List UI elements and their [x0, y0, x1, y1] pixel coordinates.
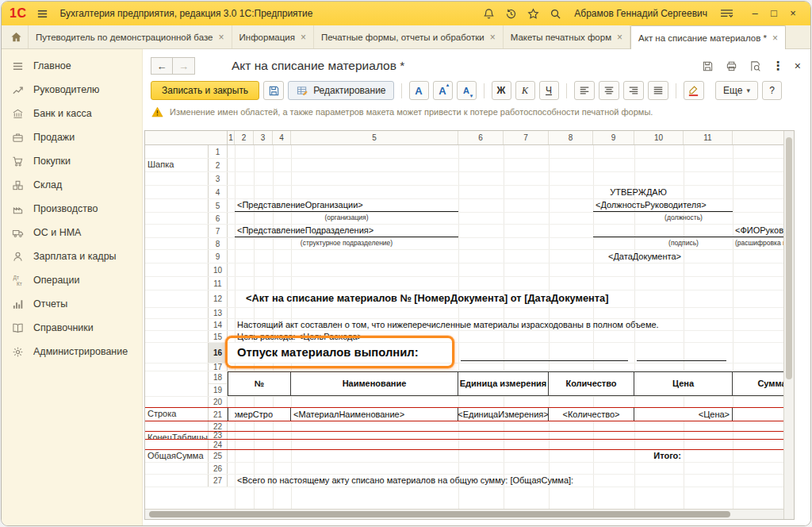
region-label[interactable]	[145, 213, 209, 224]
sheet-cell[interactable]: Единица измерения	[458, 371, 549, 396]
row-header[interactable]: 5	[209, 199, 228, 212]
column-header[interactable]: 5	[291, 131, 458, 144]
tab-demo-guide[interactable]: Путеводитель по демонстрационной базе ×	[29, 25, 232, 48]
sheet-cell[interactable]: Цена	[634, 371, 733, 396]
region-label[interactable]	[145, 421, 209, 431]
home-tab-button[interactable]	[5, 25, 29, 48]
sheet-cell[interactable]: Сумма	[733, 371, 783, 396]
help-button[interactable]: ?	[762, 81, 782, 100]
font-button[interactable]: А	[409, 81, 429, 100]
region-label[interactable]	[145, 475, 209, 487]
region-label[interactable]	[145, 331, 209, 342]
row-header[interactable]: 3	[209, 172, 228, 185]
sheet-cell[interactable]: Цель расхода: <ЦельРасхода>	[235, 331, 783, 342]
align-right-button[interactable]	[623, 81, 644, 100]
forward-button[interactable]: →	[173, 57, 195, 75]
sheet-cell[interactable]: УТВЕРЖДАЮ	[593, 186, 684, 198]
sheet-cell[interactable]	[733, 408, 783, 421]
row-header[interactable]: 24	[209, 440, 228, 449]
align-justify-button[interactable]	[648, 81, 668, 100]
sheet-cell[interactable]: Отпуск материалов выполнил:	[235, 343, 458, 363]
row-header[interactable]: 4	[209, 186, 228, 198]
sheet-cell[interactable]	[593, 225, 733, 237]
sheet-cell[interactable]: №	[228, 371, 291, 396]
close-window-button[interactable]: ×	[783, 2, 802, 25]
region-label[interactable]	[145, 290, 209, 307]
tab-close-icon[interactable]: ×	[772, 33, 778, 43]
column-header[interactable]: 1	[228, 131, 235, 144]
save-and-close-button[interactable]: Записать и закрыть	[151, 81, 259, 100]
favorites-star-icon[interactable]	[525, 6, 541, 21]
sheet-cell[interactable]: <МатериалНаименование>	[291, 408, 458, 421]
column-header[interactable]	[733, 131, 783, 144]
row-header[interactable]: 21	[209, 408, 228, 421]
sheet-cell[interactable]: Итого:	[593, 450, 684, 462]
row-header[interactable]: 25	[209, 450, 228, 462]
region-label[interactable]: ОбщаяСумма	[145, 450, 209, 462]
region-label[interactable]	[145, 277, 209, 290]
sheet-cell[interactable]: (подпись)	[634, 238, 733, 249]
sidebar-item-production[interactable]: Производство	[2, 197, 142, 221]
sheet-cell[interactable]: (должность)	[634, 213, 733, 224]
row-header[interactable]: 13	[209, 308, 228, 318]
row-header[interactable]: 22	[209, 421, 228, 431]
maximize-button[interactable]: □	[764, 2, 783, 25]
tab-materials-writeoff-act[interactable]: Акт на списание материалов * ×	[630, 25, 786, 49]
row-header[interactable]: 12	[209, 290, 228, 307]
notifications-bell-icon[interactable]	[481, 6, 496, 21]
sheet-cell[interactable]: <Всего по настоящему акту списано матери…	[235, 475, 783, 487]
sidebar-item-sales[interactable]: Продажи	[2, 125, 142, 149]
row-header[interactable]: 14	[209, 319, 228, 330]
region-label[interactable]: Шапка	[145, 159, 209, 171]
horizontal-scroll-thumb[interactable]	[149, 511, 730, 517]
sidebar-item-salary-hr[interactable]: Зарплата и кадры	[2, 244, 142, 268]
sheet-cell[interactable]: <ПредставлениеОрганизации>	[235, 199, 458, 212]
align-left-button[interactable]	[574, 81, 595, 100]
region-label[interactable]: КонецТаблицы	[145, 432, 209, 439]
region-label[interactable]	[145, 199, 209, 212]
row-header[interactable]: 23	[209, 432, 228, 439]
sheet-cell[interactable]: (организация)	[235, 213, 458, 224]
region-label[interactable]	[145, 172, 209, 185]
sidebar-item-purchases[interactable]: Покупки	[2, 149, 142, 173]
row-header[interactable]: 27	[209, 475, 228, 487]
region-label[interactable]	[145, 371, 209, 396]
sheet-cell[interactable]: Настоящий акт составлен о том, что нижеп…	[235, 319, 783, 330]
tab-close-icon[interactable]: ×	[617, 33, 622, 42]
save-button[interactable]	[263, 81, 284, 100]
vertical-scrollbar[interactable]	[783, 131, 794, 509]
column-header[interactable]: 4	[273, 131, 291, 144]
horizontal-scrollbar[interactable]	[145, 509, 783, 519]
column-header[interactable]: 10	[634, 131, 684, 144]
more-menu-icon[interactable]: ⋮	[772, 59, 784, 73]
sheet-cell[interactable]: <ЕдиницаИзмерения>	[458, 408, 549, 421]
region-label[interactable]	[145, 238, 209, 249]
column-header[interactable]: 6	[458, 131, 504, 144]
text-color-button[interactable]	[684, 81, 704, 100]
sidebar-item-fixed-assets[interactable]: ОС и НМА	[2, 221, 142, 244]
sheet-cell[interactable]	[458, 343, 634, 363]
row-header[interactable]: 15	[209, 331, 228, 342]
italic-button[interactable]: К	[515, 81, 535, 100]
row-header[interactable]: 20	[209, 397, 228, 407]
column-header[interactable]: 11	[684, 131, 733, 144]
sheet-cell[interactable]: <Акт на списание материалов № [НомерДоку…	[235, 290, 783, 307]
sidebar-item-administration[interactable]: Администрирование	[2, 340, 142, 364]
print-icon[interactable]	[725, 60, 738, 73]
row-header[interactable]: 9	[209, 250, 228, 263]
sheet-cell[interactable]: (структурное подразделение)	[235, 238, 458, 249]
edit-mode-toggle[interactable]: Редактирование	[288, 81, 393, 100]
row-header[interactable]: 1819	[209, 371, 228, 396]
region-label[interactable]	[145, 145, 209, 158]
region-label[interactable]: Строка	[145, 408, 209, 421]
region-label[interactable]	[145, 440, 209, 449]
row-header[interactable]: 6	[209, 213, 228, 224]
column-header[interactable]: 2	[235, 131, 254, 144]
save-icon[interactable]	[701, 60, 714, 73]
region-label[interactable]	[145, 397, 209, 407]
more-actions-button[interactable]: Еще ▾	[715, 81, 758, 100]
tab-close-icon[interactable]: ×	[301, 33, 306, 42]
back-button[interactable]: ←	[151, 57, 173, 75]
sidebar-item-reports[interactable]: Отчеты	[2, 292, 142, 316]
row-header[interactable]: 10	[209, 264, 228, 276]
